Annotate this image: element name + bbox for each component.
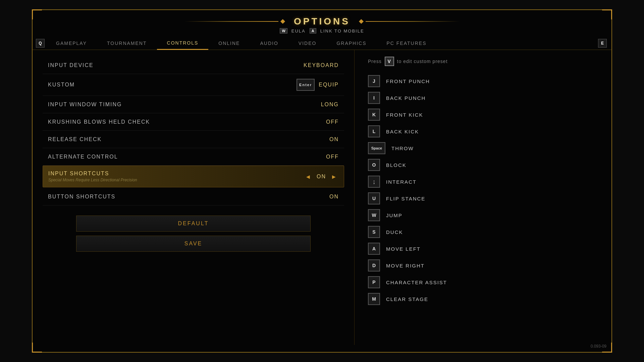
- binding-duck[interactable]: S DUCK: [368, 224, 598, 240]
- tab-pc-features[interactable]: PC FEATURES: [377, 37, 437, 49]
- binding-jump[interactable]: W JUMP: [368, 207, 598, 224]
- kustom-key-badge[interactable]: Enter: [297, 79, 315, 91]
- setting-krushing-blows[interactable]: KRUSHING BLOWS HELD CHECK OFF: [43, 113, 344, 131]
- setting-release-check-label: RELEASE CHECK: [48, 136, 102, 142]
- setting-input-window-value: LONG: [321, 102, 339, 108]
- eula-key-badge[interactable]: W: [280, 28, 287, 34]
- input-shortcuts-arrow-right[interactable]: ▶: [330, 173, 338, 180]
- binding-interact[interactable]: ; INTERACT: [368, 173, 598, 190]
- setting-input-device-label: INPUT DEVICE: [48, 62, 94, 68]
- setting-release-check[interactable]: RELEASE CHECK ON: [43, 131, 344, 148]
- binding-throw-label: THROW: [391, 145, 414, 151]
- binding-a-key: A: [368, 243, 380, 255]
- preset-hint-key[interactable]: V: [385, 57, 394, 66]
- header-diamond-right: [359, 19, 364, 24]
- binding-w-key: W: [368, 209, 380, 221]
- binding-front-kick-label: FRONT KICK: [386, 112, 423, 118]
- binding-k-key: K: [368, 109, 380, 121]
- setting-alternate-control[interactable]: ALTERNATE CONTROL OFF: [43, 148, 344, 166]
- tab-audio[interactable]: AUDIO: [250, 37, 288, 49]
- binding-block[interactable]: O BLOCK: [368, 157, 598, 173]
- binding-u-key: U: [368, 192, 380, 204]
- binding-character-assist-label: CHARACTER ASSIST: [386, 280, 447, 285]
- tab-online[interactable]: ONLINE: [208, 37, 250, 49]
- setting-input-device[interactable]: INPUT DEVICE KEYBOARD: [43, 57, 344, 74]
- header: OPTIONS W EULA A LINK TO MOBILE: [33, 10, 611, 36]
- corner-decoration-bl: [32, 343, 42, 353]
- binding-p-key: P: [368, 276, 380, 288]
- setting-input-shortcuts-value: ◀ ON ▶: [304, 173, 338, 180]
- binding-front-kick[interactable]: K FRONT KICK: [368, 106, 598, 123]
- setting-input-shortcuts-val: ON: [317, 174, 326, 180]
- binding-back-punch[interactable]: I BACK PUNCH: [368, 89, 598, 106]
- binding-flip-stance[interactable]: U FLIP STANCE: [368, 190, 598, 207]
- binding-o-key: O: [368, 159, 380, 171]
- binding-clear-stage[interactable]: M CLEAR STAGE: [368, 291, 598, 307]
- tab-graphics[interactable]: GRAPHICS: [326, 37, 376, 49]
- nav-left-key[interactable]: Q: [36, 39, 45, 48]
- binding-move-left-label: MOVE LEFT: [386, 246, 421, 252]
- header-line-left: [184, 21, 278, 22]
- setting-alternate-control-value: OFF: [326, 154, 339, 160]
- binding-duck-label: DUCK: [386, 229, 403, 235]
- tab-gameplay[interactable]: GAMEPLAY: [46, 37, 97, 49]
- setting-input-shortcuts-label: INPUT SHORTCUTS: [48, 171, 137, 177]
- setting-input-window-timing[interactable]: INPUT WINDOW TIMING LONG: [43, 96, 344, 113]
- nav-right-key[interactable]: E: [598, 39, 607, 48]
- binding-move-left[interactable]: A MOVE LEFT: [368, 240, 598, 257]
- setting-krushing-blows-val: OFF: [326, 119, 339, 125]
- input-shortcuts-arrow-left[interactable]: ◀: [304, 173, 313, 180]
- setting-kustom-label: KUSTOM: [48, 82, 75, 88]
- binding-back-kick[interactable]: L BACK KICK: [368, 123, 598, 140]
- binding-i-key: I: [368, 92, 380, 104]
- setting-krushing-blows-label: KRUSHING BLOWS HELD CHECK: [48, 119, 150, 125]
- binding-back-kick-label: BACK KICK: [386, 129, 419, 134]
- binding-front-punch[interactable]: J FRONT PUNCH: [368, 73, 598, 89]
- preset-hint-pre: Press: [368, 59, 382, 64]
- main-frame: OPTIONS W EULA A LINK TO MOBILE Q GAMEPL…: [32, 9, 612, 353]
- right-panel: Press V to edit custom preset J FRONT PU…: [355, 50, 611, 345]
- binding-interact-label: INTERACT: [386, 179, 417, 185]
- tab-video[interactable]: VIDEO: [288, 37, 327, 49]
- tab-tournament[interactable]: TOURNAMENT: [97, 37, 157, 49]
- setting-alternate-control-val: OFF: [326, 154, 339, 160]
- binding-move-right[interactable]: D MOVE RIGHT: [368, 257, 598, 274]
- binding-character-assist[interactable]: P CHARACTER ASSIST: [368, 274, 598, 291]
- setting-button-shortcuts-val: ON: [329, 194, 339, 200]
- setting-input-window-val: LONG: [321, 102, 339, 108]
- preset-hint: Press V to edit custom preset: [368, 57, 598, 66]
- setting-button-shortcuts-label: BUTTON SHORTCUTS: [48, 194, 115, 200]
- tab-controls[interactable]: CONTROLS: [157, 37, 209, 50]
- binding-semicolon-key: ;: [368, 176, 380, 188]
- mobile-key-badge[interactable]: A: [310, 28, 316, 34]
- setting-kustom[interactable]: KUSTOM Enter EQUIP: [43, 74, 344, 96]
- header-line-right: [366, 21, 460, 22]
- save-button[interactable]: SAVE: [76, 236, 311, 252]
- preset-hint-post: to edit custom preset: [397, 59, 448, 64]
- binding-front-punch-label: FRONT PUNCH: [386, 78, 430, 84]
- header-diamond-left: [280, 19, 285, 24]
- setting-button-shortcuts[interactable]: BUTTON SHORTCUTS ON: [43, 188, 344, 205]
- default-button[interactable]: DEFAULT: [76, 216, 311, 232]
- binding-block-label: BLOCK: [386, 162, 407, 168]
- kustom-val: EQUIP: [319, 82, 339, 88]
- binding-s-key: S: [368, 226, 380, 238]
- binding-jump-label: JUMP: [386, 213, 402, 218]
- setting-button-shortcuts-value: ON: [329, 194, 339, 200]
- setting-release-check-value: ON: [329, 136, 339, 142]
- page-title: OPTIONS: [287, 16, 357, 27]
- setting-krushing-blows-value: OFF: [326, 119, 339, 125]
- setting-input-shortcuts[interactable]: INPUT SHORTCUTS Special Moves Require Le…: [43, 166, 344, 187]
- binding-space-key: Space: [368, 142, 385, 154]
- left-panel: INPUT DEVICE KEYBOARD KUSTOM Enter EQUIP…: [33, 50, 355, 345]
- action-buttons: DEFAULT SAVE: [43, 216, 344, 252]
- mobile-label: LINK TO MOBILE: [320, 28, 364, 34]
- eula-label: EULA: [291, 28, 306, 34]
- setting-input-device-val: KEYBOARD: [304, 62, 339, 68]
- setting-input-window-label: INPUT WINDOW TIMING: [48, 102, 122, 108]
- binding-m-key: M: [368, 293, 380, 305]
- key-bindings-list: J FRONT PUNCH I BACK PUNCH K FRONT KICK …: [368, 73, 598, 307]
- setting-input-device-value: KEYBOARD: [304, 62, 339, 68]
- sub-header: W EULA A LINK TO MOBILE: [33, 28, 611, 34]
- binding-throw[interactable]: Space THROW: [368, 140, 598, 157]
